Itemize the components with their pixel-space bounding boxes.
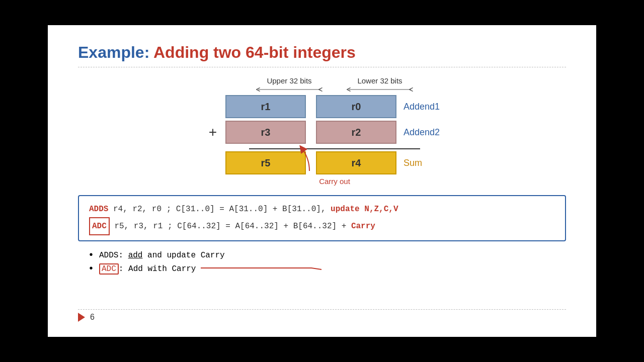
- upper-bits-label: Upper 32 bits: [267, 76, 311, 85]
- bullet1-underline: add: [128, 251, 143, 260]
- bullet1-plain: ADDS:: [99, 251, 128, 260]
- adc-underline-decoration: [201, 267, 321, 270]
- bullet-adc: • ADC: Add with Carry: [88, 263, 566, 275]
- reg-r4: r4: [316, 151, 396, 174]
- code-line1: ADDS r4, r2, r0 ; C[31..0] = A[31..0] + …: [89, 201, 555, 217]
- carry-out-area: Carry out: [319, 177, 350, 186]
- bullet-adds: • ADDS: add and update Carry: [88, 249, 566, 261]
- code-box: ADDS r4, r2, r0 ; C[31..0] = A[31..0] + …: [78, 195, 566, 241]
- sum-row: r5 r4 Sum: [200, 151, 444, 174]
- adds-instruction: ADDS: [89, 205, 108, 214]
- lower-bits-label: Lower 32 bits: [357, 76, 402, 85]
- title-red: Adding two 64-bit integers: [153, 43, 356, 61]
- line2-carry: Carry: [351, 222, 375, 231]
- upper-arrow: [254, 86, 325, 93]
- diagram-area: Upper 32 bits: [78, 76, 566, 186]
- addend1-row: r1 r0 Addend1: [200, 95, 444, 118]
- footer-divider: [78, 309, 566, 310]
- top-divider: [78, 67, 566, 67]
- reg-r1: r1: [225, 95, 306, 118]
- lower-arrow: [345, 86, 415, 93]
- carry-out-label: Carry out: [319, 177, 350, 186]
- addend1-label: Addend1: [404, 102, 444, 112]
- diagram-wrapper: Upper 32 bits: [200, 76, 444, 186]
- title-plain: Example:: [78, 43, 153, 61]
- play-icon: [78, 313, 85, 322]
- reg-r2: r2: [316, 121, 396, 144]
- line1-comment: ; C[31..0] = A[31..0] + B[31..0],: [162, 205, 331, 214]
- slide-title: Example: Adding two 64-bit integers: [78, 43, 566, 62]
- page-number: 6: [90, 313, 95, 322]
- addend2-label: Addend2: [404, 127, 444, 138]
- addend2-row: + r3 r2 Addend2: [200, 121, 444, 144]
- reg-r3: r3: [225, 121, 306, 144]
- adc-instruction: ADC: [89, 217, 110, 235]
- bullets-section: • ADDS: add and update Carry • ADC: Add …: [78, 249, 566, 277]
- line1-args: r4, r2, r0: [108, 205, 162, 214]
- reg-r0: r0: [316, 95, 396, 118]
- code-line2: ADC r5, r3, r1 ; C[64..32] = A[64..32] +…: [89, 217, 555, 235]
- bullet2-rest: : Add with Carry: [119, 264, 196, 274]
- line1-update: update N,Z,C,V: [331, 205, 398, 214]
- line2-comment: ; C[64..32] = A[64..32] + B[64..32] +: [163, 222, 351, 231]
- sum-label: Sum: [404, 158, 444, 168]
- bullet2-highlight: ADC: [99, 263, 119, 275]
- footer: 6: [78, 313, 566, 322]
- slide: Example: Adding two 64-bit integers Uppe…: [48, 25, 596, 337]
- reg-r5: r5: [225, 151, 306, 174]
- carry-arrow-icon: [297, 143, 322, 173]
- bullet1-rest: and update Carry: [142, 251, 224, 260]
- sum-divider: [249, 148, 420, 149]
- line2-args: r5, r3, r1: [110, 222, 163, 231]
